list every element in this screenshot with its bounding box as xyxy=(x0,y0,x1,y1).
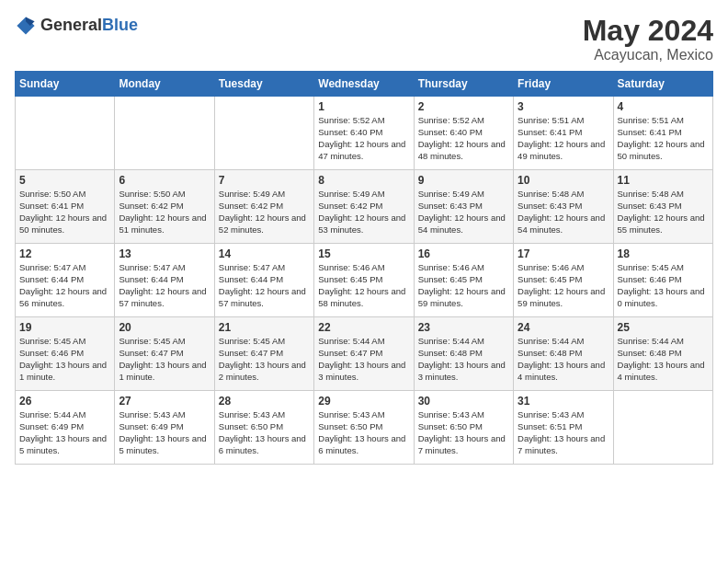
header-day-tuesday: Tuesday xyxy=(214,72,313,97)
day-info: Sunrise: 5:50 AM Sunset: 6:41 PM Dayligh… xyxy=(19,189,110,236)
calendar-subtitle: Acayucan, Mexico xyxy=(583,47,713,63)
title-block: May 2024 Acayucan, Mexico xyxy=(583,15,713,63)
day-info: Sunrise: 5:50 AM Sunset: 6:42 PM Dayligh… xyxy=(119,189,210,236)
calendar-title: May 2024 xyxy=(583,15,713,47)
calendar-cell xyxy=(115,97,214,170)
day-info: Sunrise: 5:49 AM Sunset: 6:43 PM Dayligh… xyxy=(418,189,509,236)
calendar-body: 1Sunrise: 5:52 AM Sunset: 6:40 PM Daylig… xyxy=(16,97,713,465)
day-number: 5 xyxy=(19,174,110,187)
calendar-week-3: 12Sunrise: 5:47 AM Sunset: 6:44 PM Dayli… xyxy=(16,244,713,317)
calendar-cell: 21Sunrise: 5:45 AM Sunset: 6:47 PM Dayli… xyxy=(214,317,313,391)
day-number: 1 xyxy=(318,100,409,113)
day-info: Sunrise: 5:52 AM Sunset: 6:40 PM Dayligh… xyxy=(418,115,509,162)
day-number: 21 xyxy=(219,321,310,334)
calendar-table: SundayMondayTuesdayWednesdayThursdayFrid… xyxy=(15,71,713,465)
calendar-cell xyxy=(214,97,313,170)
day-number: 3 xyxy=(518,100,609,113)
day-info: Sunrise: 5:43 AM Sunset: 6:49 PM Dayligh… xyxy=(119,409,210,456)
calendar-cell: 10Sunrise: 5:48 AM Sunset: 6:43 PM Dayli… xyxy=(514,170,613,244)
day-info: Sunrise: 5:51 AM Sunset: 6:41 PM Dayligh… xyxy=(518,115,609,162)
day-info: Sunrise: 5:48 AM Sunset: 6:43 PM Dayligh… xyxy=(618,189,709,236)
calendar-cell: 14Sunrise: 5:47 AM Sunset: 6:44 PM Dayli… xyxy=(214,244,313,317)
calendar-cell xyxy=(16,97,115,170)
day-info: Sunrise: 5:46 AM Sunset: 6:45 PM Dayligh… xyxy=(418,262,509,309)
day-info: Sunrise: 5:45 AM Sunset: 6:47 PM Dayligh… xyxy=(119,336,210,383)
day-number: 8 xyxy=(318,174,409,187)
calendar-cell: 18Sunrise: 5:45 AM Sunset: 6:46 PM Dayli… xyxy=(613,244,712,317)
day-number: 2 xyxy=(418,100,509,113)
day-info: Sunrise: 5:44 AM Sunset: 6:48 PM Dayligh… xyxy=(518,336,609,383)
day-number: 15 xyxy=(318,247,409,260)
header-day-thursday: Thursday xyxy=(414,72,513,97)
day-number: 20 xyxy=(119,321,210,334)
day-number: 27 xyxy=(119,395,210,408)
day-info: Sunrise: 5:43 AM Sunset: 6:51 PM Dayligh… xyxy=(518,409,609,456)
day-number: 25 xyxy=(618,321,709,334)
calendar-week-5: 26Sunrise: 5:44 AM Sunset: 6:49 PM Dayli… xyxy=(16,391,713,465)
calendar-week-4: 19Sunrise: 5:45 AM Sunset: 6:46 PM Dayli… xyxy=(16,317,713,391)
calendar-cell: 24Sunrise: 5:44 AM Sunset: 6:48 PM Dayli… xyxy=(514,317,613,391)
calendar-cell: 4Sunrise: 5:51 AM Sunset: 6:41 PM Daylig… xyxy=(613,97,712,170)
day-info: Sunrise: 5:43 AM Sunset: 6:50 PM Dayligh… xyxy=(418,409,509,456)
day-number: 16 xyxy=(418,247,509,260)
day-number: 9 xyxy=(418,174,509,187)
day-info: Sunrise: 5:49 AM Sunset: 6:42 PM Dayligh… xyxy=(318,189,409,236)
day-number: 24 xyxy=(518,321,609,334)
calendar-cell: 20Sunrise: 5:45 AM Sunset: 6:47 PM Dayli… xyxy=(115,317,214,391)
calendar-cell: 6Sunrise: 5:50 AM Sunset: 6:42 PM Daylig… xyxy=(115,170,214,244)
calendar-cell: 22Sunrise: 5:44 AM Sunset: 6:47 PM Dayli… xyxy=(314,317,414,391)
day-number: 29 xyxy=(318,395,409,408)
header-day-saturday: Saturday xyxy=(613,72,712,97)
logo-icon xyxy=(15,15,37,37)
calendar-cell: 13Sunrise: 5:47 AM Sunset: 6:44 PM Dayli… xyxy=(115,244,214,317)
calendar-cell: 23Sunrise: 5:44 AM Sunset: 6:48 PM Dayli… xyxy=(414,317,513,391)
day-info: Sunrise: 5:45 AM Sunset: 6:47 PM Dayligh… xyxy=(219,336,310,383)
day-info: Sunrise: 5:51 AM Sunset: 6:41 PM Dayligh… xyxy=(618,115,709,162)
calendar-cell: 15Sunrise: 5:46 AM Sunset: 6:45 PM Dayli… xyxy=(314,244,414,317)
calendar-cell: 7Sunrise: 5:49 AM Sunset: 6:42 PM Daylig… xyxy=(214,170,313,244)
calendar-cell: 30Sunrise: 5:43 AM Sunset: 6:50 PM Dayli… xyxy=(414,391,513,465)
header-day-wednesday: Wednesday xyxy=(314,72,414,97)
day-info: Sunrise: 5:45 AM Sunset: 6:46 PM Dayligh… xyxy=(19,336,110,383)
day-info: Sunrise: 5:44 AM Sunset: 6:48 PM Dayligh… xyxy=(618,336,709,383)
calendar-header-row: SundayMondayTuesdayWednesdayThursdayFrid… xyxy=(16,72,713,97)
page-header: GeneralBlue May 2024 Acayucan, Mexico xyxy=(15,15,713,63)
calendar-cell: 16Sunrise: 5:46 AM Sunset: 6:45 PM Dayli… xyxy=(414,244,513,317)
day-number: 11 xyxy=(618,174,709,187)
calendar-cell: 19Sunrise: 5:45 AM Sunset: 6:46 PM Dayli… xyxy=(16,317,115,391)
day-number: 17 xyxy=(518,247,609,260)
day-info: Sunrise: 5:44 AM Sunset: 6:48 PM Dayligh… xyxy=(418,336,509,383)
day-number: 30 xyxy=(418,395,509,408)
calendar-week-1: 1Sunrise: 5:52 AM Sunset: 6:40 PM Daylig… xyxy=(16,97,713,170)
day-info: Sunrise: 5:43 AM Sunset: 6:50 PM Dayligh… xyxy=(318,409,409,456)
day-info: Sunrise: 5:47 AM Sunset: 6:44 PM Dayligh… xyxy=(119,262,210,309)
calendar-cell: 1Sunrise: 5:52 AM Sunset: 6:40 PM Daylig… xyxy=(314,97,414,170)
logo: GeneralBlue xyxy=(15,15,138,37)
day-info: Sunrise: 5:44 AM Sunset: 6:49 PM Dayligh… xyxy=(19,409,110,456)
calendar-cell: 5Sunrise: 5:50 AM Sunset: 6:41 PM Daylig… xyxy=(16,170,115,244)
day-number: 26 xyxy=(19,395,110,408)
calendar-cell: 29Sunrise: 5:43 AM Sunset: 6:50 PM Dayli… xyxy=(314,391,414,465)
calendar-cell: 31Sunrise: 5:43 AM Sunset: 6:51 PM Dayli… xyxy=(514,391,613,465)
day-number: 23 xyxy=(418,321,509,334)
day-number: 6 xyxy=(119,174,210,187)
day-info: Sunrise: 5:47 AM Sunset: 6:44 PM Dayligh… xyxy=(19,262,110,309)
calendar-cell: 3Sunrise: 5:51 AM Sunset: 6:41 PM Daylig… xyxy=(514,97,613,170)
day-number: 10 xyxy=(518,174,609,187)
day-number: 28 xyxy=(219,395,310,408)
day-number: 22 xyxy=(318,321,409,334)
header-day-friday: Friday xyxy=(514,72,613,97)
day-info: Sunrise: 5:46 AM Sunset: 6:45 PM Dayligh… xyxy=(318,262,409,309)
day-info: Sunrise: 5:46 AM Sunset: 6:45 PM Dayligh… xyxy=(518,262,609,309)
logo-general: GeneralBlue xyxy=(40,17,138,35)
day-number: 12 xyxy=(19,247,110,260)
calendar-cell: 27Sunrise: 5:43 AM Sunset: 6:49 PM Dayli… xyxy=(115,391,214,465)
calendar-cell: 25Sunrise: 5:44 AM Sunset: 6:48 PM Dayli… xyxy=(613,317,712,391)
calendar-cell: 2Sunrise: 5:52 AM Sunset: 6:40 PM Daylig… xyxy=(414,97,513,170)
calendar-cell xyxy=(613,391,712,465)
calendar-cell: 28Sunrise: 5:43 AM Sunset: 6:50 PM Dayli… xyxy=(214,391,313,465)
header-day-monday: Monday xyxy=(115,72,214,97)
day-number: 14 xyxy=(219,247,310,260)
day-info: Sunrise: 5:43 AM Sunset: 6:50 PM Dayligh… xyxy=(219,409,310,456)
calendar-cell: 9Sunrise: 5:49 AM Sunset: 6:43 PM Daylig… xyxy=(414,170,513,244)
